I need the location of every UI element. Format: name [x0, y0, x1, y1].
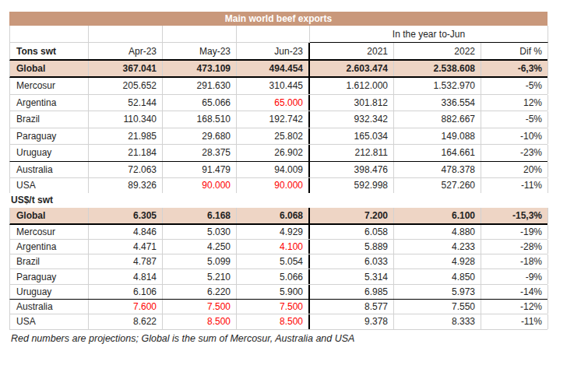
empty-cell [237, 26, 310, 43]
cell-apr23: 89.326 [89, 178, 163, 193]
cell-2022: 882.667 [394, 111, 481, 128]
row-label: USA [10, 314, 89, 328]
cell-2021: 6.058 [310, 225, 394, 239]
cell-jun23-projection: 90.000 [237, 178, 310, 193]
row-label: Australia [10, 300, 89, 314]
row-label: Brazil [10, 111, 89, 128]
table-row-uruguay-usd: Uruguay 6.106 6.220 5.900 6.985 5.973 -1… [9, 285, 548, 300]
cell-2021: 8.577 [310, 300, 394, 314]
row-label: Global [10, 61, 89, 76]
cell-2022: 7.550 [394, 300, 481, 314]
cell-apr23: 367.041 [89, 61, 163, 76]
cell-dif: -6,3% [481, 61, 548, 76]
empty-cell [163, 26, 237, 43]
row-label: Paraguay [10, 269, 89, 283]
row-label: Mercosur [10, 225, 89, 239]
row-label: USA [10, 178, 89, 193]
row-label: Uruguay [10, 285, 89, 299]
cell-2022: 527.260 [394, 178, 481, 193]
cell-dif: -10% [481, 128, 548, 145]
cell-2021: 932.342 [310, 111, 394, 128]
empty-cell [10, 26, 89, 43]
cell-2022: 8.333 [394, 314, 481, 328]
cell-dif: 12% [481, 95, 548, 111]
col-header-dif: Dif % [481, 43, 548, 59]
table-row-paraguay-tons: Paraguay 21.985 29.680 25.802 165.034 14… [9, 128, 548, 146]
table-row-usa-tons: USA 89.326 90.000 90.000 592.998 527.260… [9, 178, 548, 193]
cell-apr23-projection: 7.600 [89, 300, 163, 314]
cell-apr23: 72.063 [89, 162, 163, 177]
cell-jun23: 5.054 [237, 254, 310, 268]
cell-jun23: 494.454 [237, 61, 310, 76]
cell-2022: 4.928 [394, 254, 481, 268]
cell-2022: 4.233 [394, 240, 481, 254]
cell-jun23-projection: 7.500 [237, 300, 310, 314]
row-label: Argentina [10, 95, 89, 111]
cell-apr23: 4.814 [89, 269, 163, 283]
cell-may23: 5.030 [163, 225, 237, 239]
cell-may23: 473.109 [163, 61, 237, 76]
cell-2021: 9.378 [310, 314, 394, 328]
cell-2021: 5.889 [310, 240, 394, 254]
cell-dif: -5% [481, 78, 548, 94]
row-label: Uruguay [10, 145, 89, 161]
cell-dif: -12% [481, 300, 548, 314]
cell-jun23: 192.742 [237, 111, 310, 128]
row-label: Australia [10, 162, 89, 177]
cell-apr23: 8.622 [89, 314, 163, 328]
beef-exports-table: Main world beef exports In the year to-J… [9, 12, 548, 344]
cell-2022: 4.880 [394, 225, 481, 239]
cell-2022: 2.538.608 [394, 61, 481, 76]
cell-2021: 7.200 [310, 208, 394, 223]
cell-2021: 6.033 [310, 254, 394, 268]
cell-may23: 6.168 [163, 208, 237, 223]
cell-jun23: 94.009 [237, 162, 310, 177]
cell-may23: 6.220 [163, 285, 237, 299]
table-row-paraguay-usd: Paraguay 4.814 5.210 5.066 5.314 4.850 -… [9, 269, 548, 284]
col-header-2022: 2022 [394, 43, 481, 59]
cell-2022: 164.661 [394, 145, 481, 161]
cell-2021: 1.612.000 [310, 78, 394, 94]
cell-dif: -9% [481, 269, 548, 283]
col-header-apr23: Apr-23 [89, 43, 163, 59]
cell-2021: 398.476 [310, 162, 394, 177]
cell-2021: 592.998 [310, 178, 394, 193]
cell-may23: 4.250 [163, 240, 237, 254]
cell-dif: -11% [481, 314, 548, 328]
cell-may23: 29.680 [163, 128, 237, 145]
group-header-row: In the year to-Jun [9, 26, 548, 43]
cell-may23: 28.375 [163, 145, 237, 161]
cell-apr23: 21.184 [89, 145, 163, 161]
cell-2021: 6.985 [310, 285, 394, 299]
cell-dif: -5% [481, 111, 548, 128]
cell-may23: 5.210 [163, 269, 237, 283]
col-header-jun23: Jun-23 [237, 43, 310, 59]
row-label: Global [10, 208, 89, 223]
cell-may23-projection: 90.000 [163, 178, 237, 193]
cell-dif: -18% [481, 254, 548, 268]
year-group-header: In the year to-Jun [310, 26, 548, 43]
cell-jun23-projection: 4.100 [237, 240, 310, 254]
cell-apr23: 6.106 [89, 285, 163, 299]
cell-may23: 5.099 [163, 254, 237, 268]
row-label: Paraguay [10, 128, 89, 145]
row-label: Brazil [10, 254, 89, 268]
row-label: Argentina [10, 240, 89, 254]
unit-label-usd: US$/t swt [9, 193, 548, 208]
cell-apr23: 21.985 [89, 128, 163, 145]
cell-jun23-projection: 65.000 [237, 95, 310, 111]
unit-label-row: US$/t swt [9, 193, 548, 208]
table-row-argentina-usd: Argentina 4.471 4.250 4.100 5.889 4.233 … [9, 240, 548, 254]
table-row-argentina-tons: Argentina 52.144 65.066 65.000 301.812 3… [9, 95, 548, 112]
cell-jun23-projection: 8.500 [237, 314, 310, 328]
cell-dif: -28% [481, 240, 548, 254]
row-label: Mercosur [10, 78, 89, 94]
cell-jun23: 25.802 [237, 128, 310, 145]
cell-apr23: 4.787 [89, 254, 163, 268]
cell-may23-projection: 8.500 [163, 314, 237, 328]
table-title: Main world beef exports [9, 12, 548, 26]
table-row-australia-tons: Australia 72.063 91.479 94.009 398.476 4… [9, 162, 548, 178]
cell-2022: 6.100 [394, 208, 481, 223]
cell-2021: 212.811 [310, 145, 394, 161]
empty-cell [89, 26, 163, 43]
